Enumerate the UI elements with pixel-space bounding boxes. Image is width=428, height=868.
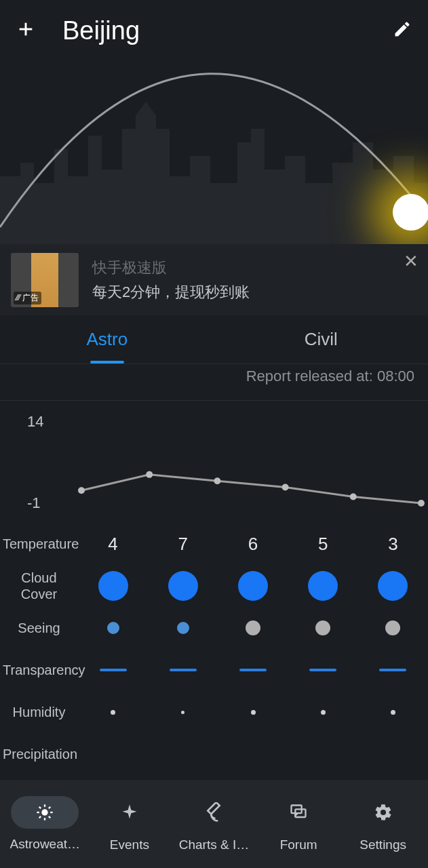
humidity-cell bbox=[358, 710, 428, 715]
nav-label-astroweather: Astroweat… bbox=[10, 837, 80, 852]
transparency-indicator bbox=[309, 669, 336, 671]
cloud-cover-indicator bbox=[238, 571, 268, 601]
humidity-cell bbox=[148, 710, 218, 715]
row-cloud-cover: Cloud Cover bbox=[0, 565, 428, 607]
gear-icon bbox=[366, 795, 400, 829]
nav-label-events: Events bbox=[110, 837, 149, 852]
humidity-cell bbox=[218, 710, 288, 715]
cloud-cover-cell bbox=[148, 571, 218, 601]
city-name[interactable]: Beijing bbox=[62, 16, 393, 45]
svg-point-8 bbox=[42, 809, 48, 815]
cloud-cover-cell bbox=[288, 571, 358, 601]
row-transparency: Transparency bbox=[0, 649, 428, 691]
nav-label-charts: Charts & I… bbox=[179, 837, 249, 852]
forecast-tabs: Astro Civil bbox=[0, 315, 428, 364]
report-released-text: Report released at: 08:00 bbox=[246, 368, 414, 385]
tab-astro[interactable]: Astro bbox=[0, 315, 214, 363]
temperature-line-chart bbox=[75, 408, 428, 516]
temperature-cell: 3 bbox=[358, 534, 428, 555]
transparency-indicator bbox=[239, 669, 267, 671]
row-label-cloud: Cloud Cover bbox=[0, 570, 78, 602]
seeing-indicator bbox=[246, 620, 260, 635]
transparency-indicator bbox=[170, 669, 197, 671]
ad-badge: ⁄⁄⁄ 广告 bbox=[14, 292, 41, 304]
temperature-cell: 4 bbox=[78, 534, 148, 555]
edit-button[interactable] bbox=[393, 20, 412, 41]
sun-icon bbox=[393, 194, 428, 231]
row-temperature: Temperature 47653 bbox=[0, 523, 428, 565]
add-location-button[interactable] bbox=[16, 16, 35, 45]
svg-line-16 bbox=[49, 807, 50, 808]
cloud-cover-indicator bbox=[378, 571, 408, 601]
app-header: Beijing bbox=[0, 0, 428, 61]
cloud-cover-indicator bbox=[98, 571, 128, 601]
humidity-indicator bbox=[251, 710, 256, 715]
chart-y-min: -1 bbox=[27, 494, 41, 512]
sparkle-icon bbox=[113, 795, 147, 829]
nav-label-settings: Settings bbox=[359, 837, 406, 852]
row-label-precipitation: Precipitation bbox=[0, 746, 78, 762]
ad-thumbnail: ⁄⁄⁄ 广告 bbox=[11, 253, 79, 307]
sun-weather-icon bbox=[11, 796, 79, 829]
cloud-cover-indicator bbox=[168, 571, 198, 601]
seeing-indicator bbox=[385, 620, 400, 635]
ad-title: 快手极速版 bbox=[92, 258, 417, 278]
svg-point-3 bbox=[146, 471, 153, 478]
transparency-cell bbox=[218, 669, 288, 671]
row-label-transparency: Transparency bbox=[0, 662, 78, 678]
seeing-cell bbox=[148, 620, 218, 635]
temperature-chart: 14 -1 bbox=[0, 408, 428, 516]
humidity-indicator bbox=[321, 710, 326, 715]
row-precipitation: Precipitation bbox=[0, 733, 428, 775]
nav-astroweather[interactable]: Astroweat… bbox=[3, 796, 87, 852]
bottom-nav: Astroweat… Events Charts & I… Forum Sett… bbox=[0, 780, 428, 868]
seeing-cell bbox=[78, 620, 148, 635]
temperature-value: 6 bbox=[248, 534, 258, 555]
seeing-indicator bbox=[177, 622, 189, 634]
row-humidity: Humidity bbox=[0, 691, 428, 733]
humidity-indicator bbox=[111, 710, 115, 715]
cloud-cover-cell bbox=[78, 571, 148, 601]
nav-charts[interactable]: Charts & I… bbox=[172, 795, 256, 852]
ad-text: 快手极速版 每天2分钟，提现秒到账 bbox=[92, 258, 417, 302]
seeing-cell bbox=[358, 620, 428, 635]
transparency-cell bbox=[78, 669, 148, 671]
temperature-cell: 5 bbox=[288, 534, 358, 555]
nav-settings[interactable]: Settings bbox=[341, 795, 425, 852]
ad-close-button[interactable]: ✕ bbox=[404, 251, 419, 272]
row-label-humidity: Humidity bbox=[0, 704, 78, 720]
seeing-indicator bbox=[315, 620, 330, 635]
transparency-cell bbox=[358, 669, 428, 671]
forum-icon bbox=[281, 795, 315, 829]
temperature-value: 5 bbox=[318, 534, 328, 555]
humidity-indicator bbox=[391, 710, 395, 715]
ad-banner[interactable]: ⁄⁄⁄ 广告 快手极速版 每天2分钟，提现秒到账 ✕ bbox=[0, 244, 428, 315]
svg-line-14 bbox=[49, 816, 50, 818]
forecast-grid: Temperature 47653 Cloud Cover Seeing Tra… bbox=[0, 523, 428, 775]
temperature-cell: 6 bbox=[218, 534, 288, 555]
humidity-cell bbox=[78, 710, 148, 715]
temperature-value: 3 bbox=[388, 534, 397, 555]
cloud-cover-cell bbox=[218, 571, 288, 601]
ad-subtitle: 每天2分钟，提现秒到账 bbox=[92, 282, 417, 302]
nav-label-forum: Forum bbox=[280, 837, 317, 852]
transparency-cell bbox=[148, 669, 218, 671]
nav-forum[interactable]: Forum bbox=[256, 795, 341, 852]
row-label-temperature: Temperature bbox=[0, 536, 78, 552]
temperature-value: 4 bbox=[108, 534, 117, 555]
seeing-indicator bbox=[107, 622, 119, 634]
svg-point-6 bbox=[350, 494, 357, 500]
satellite-icon bbox=[197, 795, 231, 829]
humidity-cell bbox=[288, 710, 358, 715]
tab-civil[interactable]: Civil bbox=[214, 315, 429, 363]
nav-events[interactable]: Events bbox=[87, 795, 172, 852]
humidity-indicator bbox=[181, 711, 184, 714]
temperature-cell: 7 bbox=[148, 534, 218, 555]
forecast-area: 14 -1 Temperature 47653 Cloud Cover Seei… bbox=[0, 400, 428, 780]
svg-point-2 bbox=[78, 487, 85, 494]
seeing-cell bbox=[288, 620, 358, 635]
svg-point-4 bbox=[214, 477, 220, 484]
cloud-cover-indicator bbox=[308, 571, 338, 601]
transparency-indicator bbox=[100, 669, 127, 671]
transparency-indicator bbox=[379, 669, 406, 671]
